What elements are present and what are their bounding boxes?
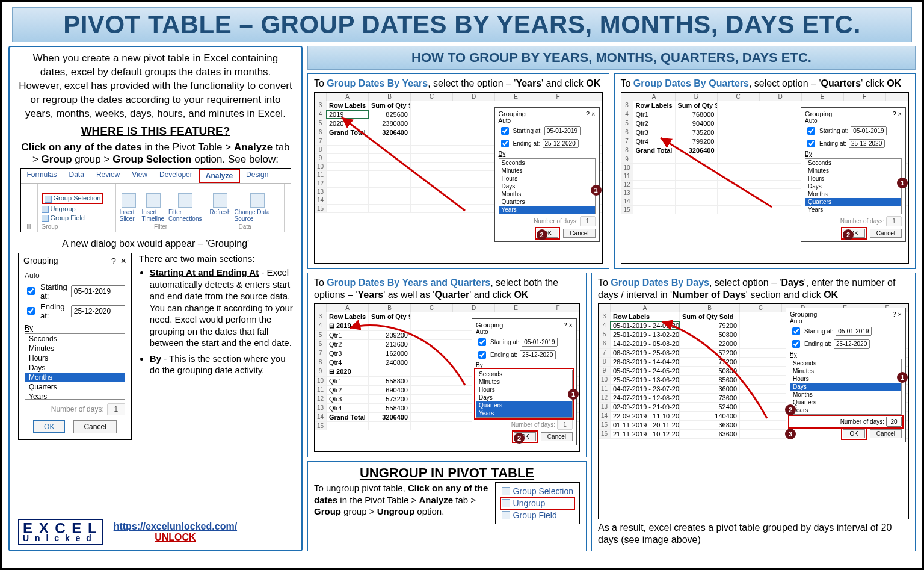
step-marker-1: 1 — [591, 185, 602, 196]
cancel-button[interactable]: Cancel — [870, 429, 902, 438]
number-of-days-input — [107, 403, 125, 415]
ribbon-tab-analyze[interactable]: Analyze — [199, 169, 240, 183]
ribbon-tab[interactable]: Developer — [153, 169, 199, 183]
cancel-button[interactable]: Cancel — [73, 420, 116, 433]
ribbon-tab[interactable]: Design — [240, 169, 274, 183]
ribbon-tab[interactable]: Data — [63, 169, 90, 183]
ungroup-icon — [42, 206, 49, 213]
field-icon — [42, 215, 49, 222]
excel-ribbon: Formulas Data Review View Developer Anal… — [20, 168, 291, 232]
by-list[interactable]: SecondsMinutesHoursDaysMonthsQuartersYea… — [25, 333, 125, 400]
grouping-caption: A new dialog box would appear – 'Groupin… — [18, 238, 293, 249]
cancel-button[interactable]: Cancel — [870, 229, 902, 238]
arrow-icon — [45, 196, 52, 203]
ending-at-input[interactable] — [71, 305, 125, 317]
ungroup-button[interactable]: Ungroup — [42, 205, 76, 213]
arrow-icon — [502, 487, 510, 495]
cancel-button[interactable]: Cancel — [541, 432, 573, 441]
field-icon — [502, 511, 510, 519]
step-marker-1: 1 — [897, 178, 908, 188]
grouping-dialog-mini: Grouping? × Auto Starting at: Ending at:… — [472, 318, 577, 445]
group-selection-button[interactable]: Group Selection — [42, 193, 104, 203]
ribbon-group-box: Group Selection Ungroup Group Field — [495, 482, 580, 524]
filter-connections-button[interactable]: Filter Connections — [168, 193, 202, 222]
ungroup-button[interactable]: Ungroup — [500, 497, 574, 509]
step-marker-2: 2 — [843, 229, 854, 240]
grouping-dialog: Grouping? × Auto Starting at: Ending at:… — [18, 253, 132, 440]
sheet-days: ABCDEF 3Row LabelsSum of Qty Sold 405-01… — [598, 303, 909, 519]
ok-button[interactable]: OK — [33, 420, 65, 433]
step-marker-1: 1 — [568, 389, 579, 400]
step-marker-2: 2 — [514, 433, 525, 444]
grouping-dialog-mini: Grouping? × Auto Starting at: Ending at:… — [801, 107, 906, 242]
ribbon-tab[interactable]: Formulas — [21, 169, 63, 183]
step-marker-2: 2 — [785, 404, 796, 415]
number-of-days-input[interactable] — [886, 417, 902, 427]
grouping-dialog-mini: Grouping? × Auto Starting at: Ending at:… — [494, 107, 600, 242]
howto-title: HOW TO GROUP BY YEARS, MONTHS, QUARTERS,… — [307, 46, 916, 70]
step-marker-2: 2 — [537, 229, 547, 240]
cell-quarters: To Group Dates By Quarters, select optio… — [614, 73, 916, 269]
ribbon-tab[interactable]: View — [126, 169, 153, 183]
sheet-quarters: ABCDEF 3Row LabelsSum of Qty Sold 4Qtr17… — [621, 92, 910, 264]
excel-unlocked-logo: E X C E L U n l c k e d — [18, 519, 103, 545]
refresh-button[interactable]: Refresh — [210, 193, 231, 222]
intro-text: When you create a new pivot table in Exc… — [18, 52, 293, 121]
cell-years-quarters: To Group Dates By Years and Quarters, se… — [307, 273, 587, 457]
group-field-button[interactable]: Group Field — [500, 509, 574, 521]
starting-at-input[interactable] — [71, 285, 125, 297]
cell-days: To Group Dates By Days, select option – … — [591, 273, 916, 551]
feature-heading: WHERE IS THIS FEATURE? — [18, 125, 293, 138]
sheet-years: ABCDEF 3Row LabelsSum of Qty Sold 420198… — [314, 92, 603, 264]
starting-at-checkbox[interactable] — [27, 287, 35, 295]
group-selection-button[interactable]: Group Selection — [500, 485, 574, 497]
site-link[interactable]: https://excelunlocked.com/ — [114, 521, 237, 532]
days-result-text: As a result, excel creates a pivot table… — [598, 522, 909, 546]
group-field-button[interactable]: Group Field — [42, 214, 85, 222]
ok-button[interactable]: OK — [843, 429, 864, 438]
step-marker-3: 3 — [785, 429, 796, 439]
cancel-button[interactable]: Cancel — [563, 229, 595, 238]
bullet-explainer: There are two main sections: Starting At… — [139, 253, 293, 440]
ungroup-icon — [502, 499, 510, 507]
navigation-step: Click on any of the dates in the Pivot T… — [18, 141, 293, 166]
intro-panel: When you create a new pivot table in Exc… — [8, 46, 303, 551]
grouping-dialog-mini: Grouping? × Auto Starting at: Ending at:… — [786, 308, 906, 442]
page-title: PIVOT TABLE – GROUP DATES BY YEARS, MONT… — [12, 7, 912, 42]
insert-timeline-button[interactable]: Insert Timeline — [142, 193, 165, 222]
close-icon[interactable]: × — [120, 256, 126, 266]
ribbon-stub: ill — [27, 223, 31, 230]
cell-years: To Group Dates By Years, select the opti… — [307, 73, 609, 269]
unlock-link[interactable]: UNLOCK — [114, 532, 237, 543]
ending-at-checkbox[interactable] — [27, 307, 35, 315]
cell-ungroup: UNGROUP IN PIVOT TABLE To ungroup pivot … — [307, 461, 587, 551]
insert-slicer-button[interactable]: Insert Slicer — [120, 193, 138, 222]
ribbon-tab[interactable]: Review — [90, 169, 126, 183]
help-icon[interactable]: ? — [111, 256, 116, 266]
sheet-yq: ABCDEF 3Row LabelsSum of Qty Sold 4⊟ 201… — [314, 303, 580, 452]
step-marker-1: 1 — [897, 372, 908, 383]
change-data-source-button[interactable]: Change Data Source — [235, 193, 280, 222]
